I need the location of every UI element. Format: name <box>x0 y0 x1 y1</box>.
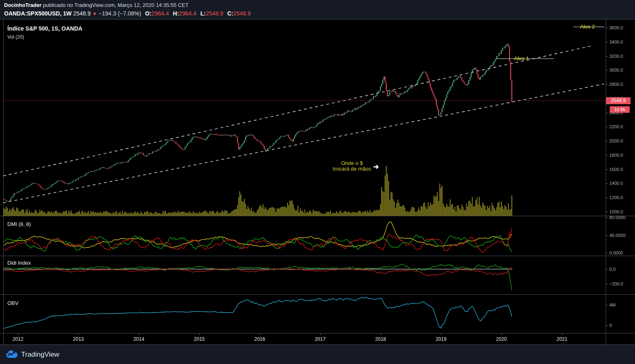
brand-name: TradingView <box>21 351 59 359</box>
axis-tick-label: 1800.0 <box>609 153 623 158</box>
axis-tick <box>606 113 608 113</box>
volume-study-label[interactable]: Vol (20) <box>7 34 24 40</box>
axis-tick-label: 3400.0 <box>609 39 623 44</box>
axis-tick <box>606 70 608 70</box>
publish-info-line: DocinhoTrader publicado no TradingView.c… <box>4 2 189 8</box>
bar-countdown-badge: 1d 8h <box>610 106 630 113</box>
axis-tick-label: 3200.0 <box>609 54 623 59</box>
money-annotation-line1: Onde o $ <box>326 160 378 166</box>
low-label: L: <box>200 10 206 17</box>
high-value: 2964.4 <box>179 10 196 17</box>
chart-title: Índice S&P 500, 1S, OANDA <box>7 25 82 32</box>
axis-tick <box>606 235 608 236</box>
axis-tick <box>606 84 608 85</box>
author-name: DocinhoTrader <box>4 2 42 8</box>
axis-tick-label: 2200.0 <box>609 124 623 129</box>
money-annotation[interactable]: Onde o $ trocará de mãos <box>326 160 378 172</box>
year-tick <box>562 333 562 335</box>
axis-tick <box>606 183 608 184</box>
axis-tick-label: 40.0000 <box>609 233 626 238</box>
axis-tick <box>606 42 608 42</box>
axis-tick-label: 3000.0 <box>609 68 623 72</box>
axis-tick <box>606 269 608 270</box>
main-price-pane[interactable] <box>0 19 606 216</box>
axis-tick <box>606 127 608 127</box>
year-label: 2013 <box>73 336 84 342</box>
last-price-badge: 2548.9 <box>606 97 631 104</box>
year-label: 2014 <box>133 336 144 342</box>
tradingview-published-chart: DocinhoTrader publicado no TradingView.c… <box>0 0 635 364</box>
axis-tick-label: 3600.0 <box>609 25 623 30</box>
axis-tick <box>606 305 608 305</box>
axis-tick-label: 1200.0 <box>609 195 623 200</box>
close-label: C: <box>227 10 233 17</box>
axis-tick-label: 1000.0 <box>609 209 623 214</box>
axis-tick <box>606 217 608 218</box>
didi-study-label[interactable]: Didi Index <box>7 260 31 266</box>
year-tick <box>501 333 502 335</box>
price-scale-border[interactable] <box>606 19 606 344</box>
axis-tick-label: 0.0000 <box>609 250 623 255</box>
axis-tick <box>606 253 608 253</box>
year-tick <box>260 333 260 335</box>
axis-tick <box>606 56 608 57</box>
low-value: 2548.9 <box>206 10 223 17</box>
year-label: 2018 <box>375 336 386 342</box>
target-label-alvo2[interactable]: Alvo 2 <box>580 24 595 30</box>
dmi-indicator-pane[interactable] <box>0 216 606 256</box>
right-arrow-icon[interactable]: ➜ <box>373 162 379 171</box>
year-tick <box>18 333 18 335</box>
axis-tick <box>606 325 608 326</box>
last-price: 2548.9 <box>73 10 91 17</box>
year-label: 2016 <box>254 336 265 342</box>
year-tick <box>199 333 200 335</box>
axis-tick <box>606 141 608 141</box>
symbol-title[interactable]: OANDA:SPX500USD, 1W <box>4 10 72 17</box>
close-value: 2548.9 <box>233 10 251 17</box>
brand-footer[interactable]: TradingView <box>6 349 59 361</box>
price-change: −194.3 (−7.08%) <box>99 10 141 17</box>
dmi-study-label[interactable]: DMI (8, 8) <box>7 221 31 227</box>
didi-indicator-pane[interactable] <box>0 256 606 294</box>
year-label: 2020 <box>496 336 507 342</box>
publish-info-text: publicado no TradingView.com, Março 12, … <box>42 2 189 8</box>
year-label: 2012 <box>13 336 24 342</box>
target-label-alvo1[interactable]: Alvo 1 <box>514 55 529 61</box>
axis-tick-label: 0 <box>609 323 612 328</box>
obv-indicator-pane[interactable] <box>0 295 606 333</box>
axis-tick <box>606 212 608 212</box>
symbol-status-line: OANDA:SPX500USD, 1W 2548.9 ▼ −194.3 (−7.… <box>4 10 251 17</box>
axis-tick-label: 0.0 <box>609 267 615 272</box>
year-label: 2017 <box>315 336 326 342</box>
year-label: 2015 <box>194 336 205 342</box>
year-label: 2021 <box>556 336 567 342</box>
year-tick <box>139 333 139 335</box>
open-label: O: <box>145 10 152 17</box>
axis-tick-label: 2000.0 <box>609 138 623 143</box>
year-tick <box>78 333 79 335</box>
axis-tick <box>606 28 608 28</box>
open-value: 2964.4 <box>152 10 169 17</box>
axis-tick-label: 1600.0 <box>609 167 623 172</box>
axis-tick <box>606 284 608 284</box>
tradingview-logo-icon <box>6 349 18 360</box>
year-tick <box>320 333 321 335</box>
axis-tick <box>606 169 608 170</box>
axis-tick-label: −200.0 <box>609 281 623 286</box>
axis-tick-label: 1400.0 <box>609 181 623 186</box>
money-annotation-line2: trocará de mãos <box>326 166 378 172</box>
axis-tick-label: 80.0000 <box>609 215 626 220</box>
year-tick <box>380 333 381 335</box>
year-label: 2019 <box>435 336 446 342</box>
axis-tick-label: 2800.0 <box>609 82 623 87</box>
down-triangle-icon: ▼ <box>92 11 97 17</box>
year-tick <box>441 333 442 335</box>
pane-border-obv-axis <box>0 333 635 333</box>
high-label: H: <box>173 10 179 17</box>
axis-tick <box>606 155 608 156</box>
axis-tick-label: 4M <box>609 303 615 307</box>
obv-study-label[interactable]: OBV <box>7 300 18 306</box>
chart-border-bottom <box>0 344 635 345</box>
axis-tick <box>606 197 608 198</box>
